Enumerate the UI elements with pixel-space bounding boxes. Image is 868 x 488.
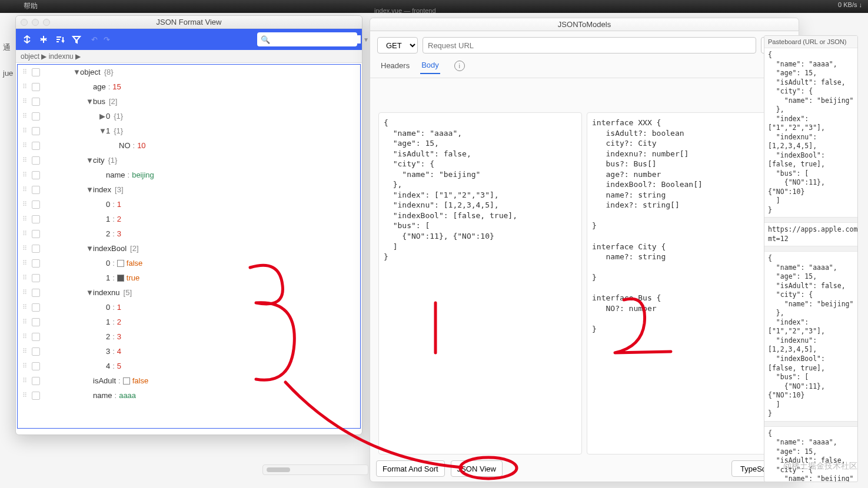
- info-icon[interactable]: i: [454, 61, 465, 71]
- checkbox-icon[interactable]: [32, 377, 40, 385]
- toggle-icon[interactable]: ▼: [86, 156, 93, 165]
- drag-handle-icon[interactable]: ⠿: [20, 333, 28, 340]
- toggle-icon[interactable]: ▼: [73, 68, 80, 76]
- drag-handle-icon[interactable]: ⠿: [20, 318, 28, 326]
- tree-row[interactable]: ⠿ 1 : true: [18, 270, 360, 285]
- tree-row[interactable]: ⠿▼ city{1}: [18, 153, 360, 168]
- horizontal-scrollbar[interactable]: [262, 464, 368, 475]
- checkbox-icon[interactable]: [32, 289, 40, 297]
- close-icon[interactable]: [21, 19, 28, 26]
- tree-row[interactable]: ⠿▼ object{8}: [18, 65, 360, 79]
- search-field[interactable]: [272, 35, 361, 44]
- drag-handle-icon[interactable]: ⠿: [20, 127, 28, 135]
- drag-handle-icon[interactable]: ⠿: [20, 289, 28, 296]
- pasteboard-entry[interactable]: { "name": "aaaa", "age": 15, "isAdult": …: [764, 48, 857, 217]
- search-input[interactable]: 🔍 ▼ ▾: [257, 32, 357, 46]
- checkbox-icon[interactable]: [32, 333, 40, 341]
- drag-handle-icon[interactable]: ⠿: [20, 303, 28, 311]
- filter-icon[interactable]: [70, 33, 83, 46]
- toggle-icon[interactable]: ▶: [99, 112, 106, 121]
- drag-handle-icon[interactable]: ⠿: [20, 98, 28, 105]
- drag-handle-icon[interactable]: ⠿: [20, 377, 28, 385]
- checkbox-icon[interactable]: [32, 347, 40, 356]
- bool-checkbox[interactable]: [117, 275, 124, 282]
- bool-checkbox[interactable]: [117, 260, 124, 267]
- drag-handle-icon[interactable]: ⠿: [20, 200, 28, 208]
- checkbox-icon[interactable]: [32, 156, 40, 165]
- drag-handle-icon[interactable]: ⠿: [20, 245, 28, 252]
- checkbox-icon[interactable]: [32, 392, 40, 400]
- toggle-icon[interactable]: ▼: [86, 288, 93, 297]
- tree-row[interactable]: ⠿ 0 : 1: [18, 197, 360, 212]
- json-view-button[interactable]: JSON View: [451, 460, 503, 477]
- checkbox-icon[interactable]: [32, 171, 40, 179]
- drag-handle-icon[interactable]: ⠿: [20, 230, 28, 238]
- window-titlebar[interactable]: JSON Format View: [16, 16, 362, 29]
- tree-row[interactable]: ⠿ 2 : 3: [18, 329, 360, 344]
- pasteboard-entry[interactable]: https://apps.apple.com/cn/app/jsontomode…: [764, 223, 857, 246]
- menu-help[interactable]: 帮助: [24, 1, 38, 11]
- drag-handle-icon[interactable]: ⠿: [20, 156, 28, 164]
- drag-handle-icon[interactable]: ⠿: [20, 274, 28, 282]
- sort-icon[interactable]: [54, 33, 66, 46]
- drag-handle-icon[interactable]: ⠿: [20, 68, 28, 76]
- tree-row[interactable]: ⠿ 1 : 2: [18, 315, 360, 329]
- model-output-pane[interactable]: interface XXX { isAdult?: boolean city?:…: [587, 112, 790, 454]
- checkbox-icon[interactable]: [32, 186, 40, 194]
- traffic-lights[interactable]: [21, 19, 50, 26]
- checkbox-icon[interactable]: [32, 362, 40, 370]
- minimize-icon[interactable]: [32, 19, 39, 26]
- checkbox-icon[interactable]: [32, 112, 40, 121]
- json-source-pane[interactable]: { "name": "aaaa", "age": 15, "isAdult": …: [378, 112, 582, 454]
- drag-handle-icon[interactable]: ⠿: [20, 215, 28, 223]
- checkbox-icon[interactable]: [32, 68, 40, 76]
- zoom-icon[interactable]: [43, 19, 50, 26]
- tree-row[interactable]: ⠿▼ indexnu[5]: [18, 285, 360, 300]
- tree-row[interactable]: ⠿ name : beijing: [18, 168, 360, 182]
- drag-handle-icon[interactable]: ⠿: [20, 362, 28, 370]
- drag-handle-icon[interactable]: ⠿: [20, 112, 28, 120]
- drag-handle-icon[interactable]: ⠿: [20, 186, 28, 193]
- breadcrumb[interactable]: object ▶ indexnu ▶: [16, 50, 362, 63]
- window-titlebar[interactable]: JSONToModels: [370, 18, 799, 31]
- tree-row[interactable]: ⠿ 0 : false: [18, 256, 360, 270]
- checkbox-icon[interactable]: [32, 303, 40, 312]
- drag-handle-icon[interactable]: ⠿: [20, 171, 28, 179]
- expand-icon[interactable]: [21, 33, 34, 46]
- checkbox-icon[interactable]: [32, 274, 40, 282]
- drag-handle-icon[interactable]: ⠿: [20, 259, 28, 267]
- checkbox-icon[interactable]: [32, 215, 40, 223]
- checkbox-icon[interactable]: [32, 200, 40, 209]
- tree-row[interactable]: ⠿▼ 1{1}: [18, 123, 360, 138]
- checkbox-icon[interactable]: [32, 245, 40, 253]
- tree-row[interactable]: ⠿ isAdult : false: [18, 373, 360, 388]
- checkbox-icon[interactable]: [32, 259, 40, 268]
- drag-handle-icon[interactable]: ⠿: [20, 347, 28, 355]
- drag-handle-icon[interactable]: ⠿: [20, 392, 28, 399]
- tab-body[interactable]: Body: [420, 57, 440, 74]
- http-method-select[interactable]: GET: [377, 37, 418, 54]
- bool-checkbox[interactable]: [123, 377, 130, 385]
- toggle-icon[interactable]: ▼: [99, 126, 106, 135]
- pasteboard-entry[interactable]: { "name": "aaaa", "age": 15, "isAdult": …: [764, 427, 857, 482]
- chevron-down-icon[interactable]: ▼: [363, 36, 369, 43]
- format-and-sort-button[interactable]: Format And Sort: [376, 460, 445, 477]
- tree-row[interactable]: ⠿ 3 : 4: [18, 344, 360, 359]
- checkbox-icon[interactable]: [32, 98, 40, 106]
- tree-row[interactable]: ⠿ 1 : 2: [18, 212, 360, 226]
- tree-row[interactable]: ⠿▼ indexBool[2]: [18, 241, 360, 256]
- checkbox-icon[interactable]: [32, 318, 40, 326]
- tree-row[interactable]: ⠿▶ 0{1}: [18, 109, 360, 123]
- toggle-icon[interactable]: ▼: [86, 97, 93, 106]
- undo-icon[interactable]: ↶: [91, 35, 98, 44]
- drag-handle-icon[interactable]: ⠿: [20, 83, 28, 91]
- json-tree[interactable]: ⠿▼ object{8}⠿ age : 15⠿▼ bus[2]⠿▶ 0{1}⠿▼…: [17, 64, 361, 429]
- tree-row[interactable]: ⠿ NO : 10: [18, 138, 360, 153]
- tree-row[interactable]: ⠿ 4 : 5: [18, 359, 360, 373]
- tree-row[interactable]: ⠿ 2 : 3: [18, 226, 360, 241]
- toggle-icon[interactable]: ▼: [86, 185, 93, 194]
- redo-icon[interactable]: ↷: [104, 35, 110, 44]
- tree-row[interactable]: ⠿ 0 : 1: [18, 300, 360, 315]
- checkbox-icon[interactable]: [32, 230, 40, 238]
- url-input[interactable]: [423, 37, 756, 54]
